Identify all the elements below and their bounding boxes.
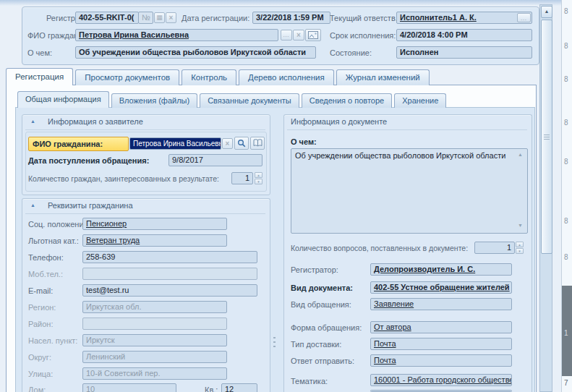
clipped-text: 8 (564, 75, 568, 83)
citizens-count-label: Количество граждан, заинтересованных в р… (28, 174, 219, 183)
house-field[interactable]: 10 (82, 383, 176, 392)
reg-date-label: Дата регистрации: (182, 14, 249, 22)
collapse-icon[interactable]: ▲ (30, 203, 35, 208)
tab-view-documents[interactable]: Просмотр документов (75, 69, 179, 85)
social-status-label: Соц. положение: (28, 220, 90, 229)
citizen-clear-button[interactable]: × (293, 30, 304, 41)
ellipsis-icon: … (281, 30, 291, 40)
generate-number-button[interactable]: ▦ (154, 12, 165, 23)
clipped-text: 8 (564, 217, 568, 225)
tab-control[interactable]: Контроль (182, 69, 236, 85)
panel-splitter-handle[interactable] (273, 337, 276, 349)
tab-linked-documents[interactable]: Связанные документы (200, 93, 299, 108)
phone-field[interactable]: 258-639 (82, 251, 257, 263)
reg-number-clear-button[interactable]: × (166, 12, 176, 23)
doc-subject-textarea[interactable]: Об учреждении общества рыболовов Иркутск… (291, 148, 528, 234)
clipped-text: 8 (564, 158, 568, 166)
responsible-lookup-button[interactable]: … (517, 13, 531, 22)
reg-date-field[interactable]: 3/22/2018 1:59 PM (252, 12, 330, 24)
clipped-dark-block: 1 (562, 286, 572, 376)
delivery-type-label: Тип доставки: (291, 340, 341, 349)
appeal-type-field[interactable]: Заявление (370, 298, 512, 310)
appeal-type-label: Вид обращения: (291, 300, 351, 309)
scroll-down-icon[interactable]: ▼ (518, 223, 523, 228)
clipped-text: 8 (564, 7, 568, 15)
delivery-type-field[interactable]: Почта (370, 338, 512, 350)
receipt-date-field[interactable]: 9/8/2017 (168, 154, 262, 166)
citizen-lookup-button[interactable]: … (281, 30, 292, 41)
doc-type-field[interactable]: 402-55 Устное обращение жителей (370, 281, 512, 294)
header-summary-panel: Регистрац. №: 402-55-RKIT-0( № ▦ × Дата … (22, 7, 539, 65)
applicant-fio-field[interactable]: Петрова Ирина Васильевна (129, 137, 221, 150)
photo-icon (308, 31, 318, 39)
tab-registration[interactable]: Регистрация (6, 68, 73, 85)
clipped-text: 1 (564, 329, 568, 337)
spin-down-icon: ▾ (516, 248, 524, 254)
citizens-count-field[interactable]: 1 (231, 172, 253, 184)
mobile-label: Моб.тел.: (28, 270, 63, 278)
phone-label: Телефон: (28, 253, 64, 262)
citizens-count-stepper[interactable]: ▴ ▾ (255, 172, 262, 184)
reply-send-field[interactable]: Почта (370, 354, 512, 367)
subject-field[interactable]: Об учреждении общества рыболовов Иркутск… (75, 46, 316, 59)
questions-count-stepper[interactable]: ▴ ▾ (516, 242, 524, 254)
applicant-fio-label: ФИО гражданина: (28, 137, 129, 151)
applicant-group-title: Информация о заявителе (48, 117, 143, 126)
apartment-label: Кв.: (205, 385, 218, 392)
clipped-text: 8 (564, 42, 568, 50)
responsible-label: Текущий ответств.: (330, 14, 400, 22)
tab-general-info[interactable]: Общая информация (17, 91, 109, 108)
scrollbar-thumb[interactable] (541, 20, 552, 254)
tab-storage[interactable]: Хранение (394, 93, 446, 108)
tab-execution-tree[interactable]: Дерево исполнения (239, 69, 334, 85)
responsible-field[interactable]: Исполнитель1 А. К. (396, 12, 532, 24)
divider (25, 129, 265, 130)
citizen-name-field[interactable]: Петрова Ирина Васильевна (75, 29, 278, 41)
settlement-label: Насел. пункт: (28, 336, 77, 345)
applicant-search-button[interactable] (234, 137, 249, 150)
clipped-text: 8 (564, 253, 568, 261)
number-symbol-box: № (138, 12, 153, 24)
region-field[interactable]: Иркутская обл. (82, 301, 227, 313)
due-date-field[interactable]: 4/20/2018 4:00 PM (396, 29, 532, 41)
email-field[interactable]: test@test.ru (82, 284, 257, 297)
theme-field[interactable]: 160001 - Работа городского общественн (370, 374, 512, 386)
questions-count-label: Количество вопросов, поставленных в доку… (291, 244, 468, 252)
street-field[interactable]: 10-й Советский пер. (82, 367, 227, 380)
tab-change-log[interactable]: Журнал изменений (336, 69, 430, 85)
registrar-field[interactable]: Делопроизводитель И. С. (370, 263, 512, 276)
tab-repeat-info[interactable]: Сведения о повторе (302, 93, 392, 108)
appeal-form-label: Форма обращения: (291, 323, 362, 332)
apartment-field[interactable]: 12 (221, 383, 257, 392)
state-field[interactable]: Исполнен (396, 46, 532, 59)
clipped-text: 7 (564, 379, 568, 387)
email-label: E-mail: (28, 286, 53, 295)
street-label: Улица: (28, 370, 53, 378)
spin-up-icon: ▴ (255, 172, 262, 178)
social-status-field[interactable]: Пенсионер (82, 218, 227, 230)
tab-attachments[interactable]: Вложения (файлы) (111, 93, 198, 108)
appeal-form-field[interactable]: От автора (370, 321, 512, 333)
applicant-fio-clear-button[interactable]: × (222, 138, 233, 149)
reg-number-field[interactable]: 402-55-RKIT-0( (75, 12, 139, 24)
settlement-field[interactable]: Иркутск (82, 334, 227, 346)
okrug-field[interactable]: Ленинский (82, 351, 227, 363)
district-field[interactable] (82, 318, 227, 330)
benefit-category-field[interactable]: Ветеран труда (82, 234, 227, 247)
registrar-label: Регистратор: (291, 265, 338, 274)
clipped-content-strip: 8 8 8 8 8 8 8 1 7 (561, 0, 572, 392)
scroll-up-icon[interactable]: ▲ (518, 152, 523, 157)
benefit-category-label: Льготная кат.: (28, 237, 79, 245)
questions-count-field[interactable]: 1 (474, 242, 515, 254)
clipped-text: 8 (564, 119, 568, 127)
collapse-icon[interactable]: ▲ (30, 119, 35, 124)
requisites-group-title: Реквизиты гражданина (48, 201, 133, 210)
mobile-field[interactable] (82, 268, 257, 280)
applicant-card-button[interactable] (250, 137, 265, 150)
scrollbar-grip (544, 135, 550, 140)
house-label: Дом: (28, 385, 46, 392)
citizen-photo-button[interactable] (305, 29, 321, 41)
vertical-scrollbar[interactable]: ▲ (539, 4, 552, 392)
theme-label: Тематика: (291, 377, 328, 385)
scrollbar-up-button[interactable]: ▲ (541, 6, 552, 18)
